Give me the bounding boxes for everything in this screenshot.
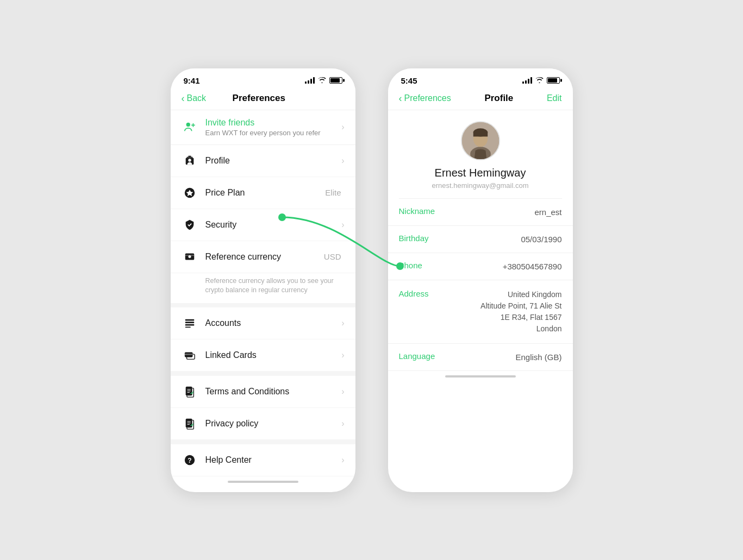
reference-currency-label: Reference currency — [205, 252, 324, 262]
security-item[interactable]: Security › — [171, 209, 355, 241]
svg-text:?: ? — [188, 456, 191, 464]
phone-field[interactable]: Phone +380504567890 — [388, 253, 573, 280]
reference-currency-item[interactable]: Reference currency USD — [171, 241, 355, 273]
invite-section: Invite friends Earn WXT for every person… — [171, 110, 355, 145]
svg-rect-23 — [187, 421, 190, 421]
language-field[interactable]: Language English (GB) — [388, 344, 573, 371]
phone-value: +380504567890 — [503, 261, 562, 272]
svg-rect-25 — [187, 424, 190, 424]
nickname-field[interactable]: Nickname ern_est — [388, 199, 573, 226]
birthday-value: 05/03/1990 — [521, 234, 561, 245]
price-plan-icon — [182, 185, 198, 201]
terms-label: Terms and Conditions — [205, 387, 342, 397]
phone-left: 9:41 ‹ Back Pr — [171, 68, 355, 492]
invite-content: Invite friends Earn WXT for every person… — [205, 118, 342, 137]
profile-icon — [182, 153, 198, 169]
profile-header: Ernest Hemingway ernest.hemingway@gmail.… — [388, 110, 573, 198]
signal-icon — [305, 77, 315, 84]
nickname-label: Nickname — [399, 206, 448, 216]
price-plan-label: Price Plan — [205, 188, 326, 198]
svg-rect-24 — [187, 423, 190, 423]
svg-rect-12 — [185, 322, 194, 323]
price-plan-value: Elite — [325, 188, 341, 197]
accounts-chevron-icon: › — [341, 318, 344, 328]
accounts-content: Accounts — [205, 318, 342, 328]
status-bar-right: 5:45 — [388, 68, 573, 90]
help-label: Help Center — [205, 455, 342, 465]
price-plan-item[interactable]: Price Plan Elite — [171, 177, 355, 209]
battery-icon — [329, 77, 342, 84]
svg-rect-11 — [185, 319, 194, 320]
reference-currency-content: Reference currency — [205, 252, 324, 262]
time-left: 9:41 — [184, 76, 200, 85]
wifi-icon — [318, 77, 326, 84]
back-button-left[interactable]: ‹ Back — [182, 93, 207, 104]
language-value: English (GB) — [515, 351, 561, 363]
svg-point-0 — [186, 123, 190, 127]
status-bar-left: 9:41 — [171, 68, 355, 90]
reference-currency-note: Reference currency allows you to see you… — [171, 273, 355, 307]
section-gap-1 — [171, 372, 355, 376]
terms-chevron-icon: › — [341, 387, 344, 397]
phone-right: 5:45 ‹ Preferences — [388, 68, 573, 492]
linked-cards-content: Linked Cards — [205, 350, 342, 360]
svg-rect-13 — [185, 324, 194, 325]
profile-chevron-icon: › — [341, 156, 344, 166]
reference-currency-icon — [182, 249, 198, 265]
svg-rect-32 — [473, 131, 487, 136]
profile-item[interactable]: Profile › — [171, 145, 355, 177]
privacy-icon — [182, 416, 198, 432]
profile-label: Profile — [205, 156, 342, 166]
linked-cards-item[interactable]: Linked Cards › — [171, 339, 355, 372]
address-value: United Kingdom Altitude Point, 71 Alie S… — [480, 289, 561, 335]
birthday-field[interactable]: Birthday 05/03/1990 — [388, 226, 573, 253]
invite-label: Invite friends — [205, 118, 342, 128]
accounts-item[interactable]: Accounts › — [171, 307, 355, 339]
home-indicator-left — [228, 481, 298, 483]
security-content: Security — [205, 220, 342, 230]
svg-rect-14 — [185, 326, 190, 328]
chevron-left-icon: ‹ — [182, 93, 185, 104]
back-button-right[interactable]: ‹ Preferences — [399, 93, 451, 104]
status-icons-left — [305, 77, 342, 84]
signal-icon-right — [522, 77, 532, 84]
privacy-chevron-icon: › — [341, 419, 344, 429]
user-email: ernest.hemingway@gmail.com — [432, 181, 529, 190]
time-right: 5:45 — [401, 76, 417, 85]
avatar-image — [462, 122, 499, 159]
avatar — [461, 121, 500, 160]
phone-label: Phone — [399, 261, 448, 270]
battery-icon-right — [547, 77, 560, 84]
svg-point-5 — [188, 159, 191, 162]
profile-content: Profile — [205, 156, 342, 166]
svg-rect-10 — [185, 255, 194, 256]
help-chevron-icon: › — [341, 455, 344, 465]
linked-cards-label: Linked Cards — [205, 350, 342, 360]
chevron-left-icon-right: ‹ — [399, 93, 402, 104]
security-icon — [182, 217, 198, 233]
svg-rect-17 — [184, 354, 192, 355]
accounts-icon — [182, 315, 198, 331]
terms-item[interactable]: Terms and Conditions › — [171, 376, 355, 408]
privacy-item[interactable]: Privacy policy › — [171, 408, 355, 440]
invite-friends-item[interactable]: Invite friends Earn WXT for every person… — [171, 110, 355, 144]
reference-currency-value: USD — [324, 252, 341, 261]
linked-cards-chevron-icon: › — [341, 350, 344, 360]
nickname-value: ern_est — [534, 206, 561, 218]
help-center-item[interactable]: ? Help Center › — [171, 444, 355, 476]
svg-rect-3 — [186, 156, 192, 158]
price-plan-content: Price Plan — [205, 188, 326, 198]
accounts-label: Accounts — [205, 318, 342, 328]
svg-rect-2 — [188, 155, 191, 156]
address-field[interactable]: Address United Kingdom Altitude Point, 7… — [388, 280, 573, 344]
invite-sublabel: Earn WXT for every person you refer — [205, 129, 342, 137]
security-label: Security — [205, 220, 342, 230]
invite-icon — [182, 119, 198, 135]
edit-button[interactable]: Edit — [547, 93, 562, 103]
nav-bar-right: ‹ Preferences Profile Edit — [388, 90, 573, 110]
birthday-label: Birthday — [399, 234, 448, 243]
privacy-content: Privacy policy — [205, 419, 342, 429]
svg-rect-21 — [187, 392, 190, 392]
section-gap-2 — [171, 440, 355, 444]
scene: 9:41 ‹ Back Pr — [0, 0, 743, 560]
